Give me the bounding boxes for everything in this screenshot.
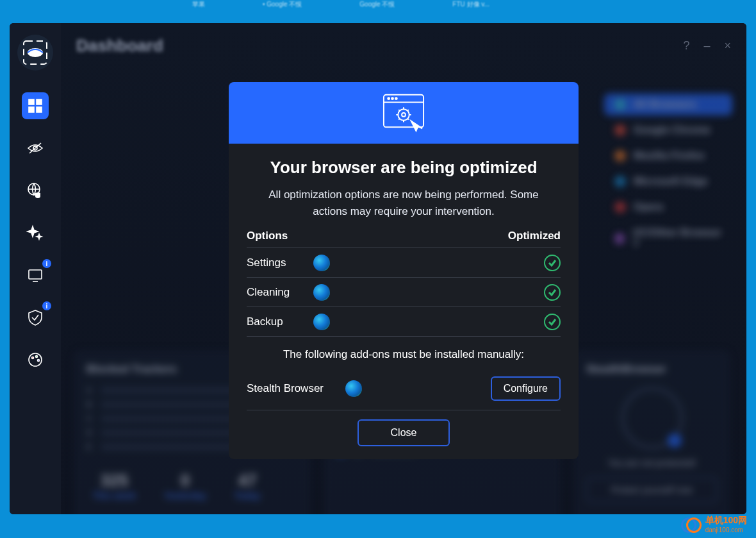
svg-point-13 (36, 356, 38, 358)
option-row-backup: Backup (247, 307, 561, 337)
minimize-button[interactable]: – (703, 39, 710, 53)
sidebar-item-web-shield[interactable] (22, 177, 49, 204)
modal-overlay: Your browser are being optimized All opt… (61, 23, 746, 514)
svg-point-14 (38, 360, 40, 362)
page-title: Dashboard (76, 36, 163, 56)
watermark: 单机100网 danji100.com (681, 514, 747, 534)
svg-point-21 (402, 113, 406, 117)
options-table-header: Options Optimized (247, 230, 561, 248)
browser-gear-cursor-icon (379, 91, 429, 135)
edge-icon (313, 284, 330, 301)
modal-footer: Close (247, 410, 561, 446)
edge-icon (345, 380, 362, 397)
sparkle-icon (26, 224, 44, 242)
watermark-name: 单机100网 (705, 515, 747, 526)
sidebar-item-sparkle[interactable] (22, 219, 49, 246)
addon-manual-message: The following add-ons must be installed … (247, 348, 561, 361)
configure-button[interactable]: Configure (491, 376, 561, 401)
svg-point-12 (32, 357, 34, 359)
monitor-icon (26, 266, 44, 284)
watermark-url: danji100.com (705, 526, 747, 534)
grid-icon (26, 97, 44, 115)
addon-row-stealth-browser: Stealth Browser Configure (247, 367, 561, 410)
svg-point-19 (395, 97, 397, 99)
sidebar-item-privacy[interactable] (22, 135, 49, 162)
globe-shield-icon (26, 181, 44, 199)
eye-slash-icon (26, 139, 44, 157)
svg-rect-2 (29, 99, 34, 105)
sidebar-item-palette[interactable] (22, 346, 49, 373)
app-logo (17, 35, 53, 71)
app-window: i i Dashboard ? – × All Browsers Google … (10, 23, 746, 514)
watermark-logo-icon (681, 514, 702, 534)
option-name: Cleaning (247, 286, 313, 299)
optimized-check (544, 284, 561, 301)
modal-subtitle: All optimization options are now being p… (247, 187, 561, 219)
modal-hero (229, 82, 579, 144)
svg-point-18 (391, 97, 393, 99)
modal-body: Your browser are being optimized All opt… (229, 144, 579, 459)
svg-rect-9 (29, 270, 42, 279)
column-optimized-label: Optimized (508, 230, 561, 242)
option-name: Settings (247, 256, 313, 269)
info-badge-icon: i (42, 259, 51, 268)
svg-rect-3 (37, 99, 42, 105)
optimized-check (544, 314, 561, 330)
check-circle-icon (544, 255, 561, 271)
sidebar-item-dashboard[interactable] (22, 92, 49, 119)
check-circle-icon (544, 314, 561, 330)
sidebar: i i (10, 23, 61, 514)
shield-check-icon (26, 308, 44, 326)
close-window-button[interactable]: × (724, 39, 731, 53)
edge-icon (313, 314, 330, 330)
main-content: Dashboard ? – × All Browsers Google Chro… (61, 23, 746, 514)
svg-rect-5 (37, 107, 42, 112)
option-name: Backup (247, 315, 313, 328)
optimized-check (544, 255, 561, 271)
help-button[interactable]: ? (683, 39, 689, 53)
sidebar-item-security[interactable]: i (22, 304, 49, 331)
check-circle-icon (544, 284, 561, 301)
app-header: Dashboard ? – × (61, 23, 746, 68)
desktop-shortcut-labels: 苹果 • Google 不恨 Google 不恨 FTU 好像 v... (192, 0, 564, 6)
option-row-cleaning: Cleaning (247, 278, 561, 307)
addon-name: Stealth Browser (247, 382, 345, 395)
info-badge-icon: i (42, 301, 51, 310)
option-row-settings: Settings (247, 248, 561, 278)
optimization-modal: Your browser are being optimized All opt… (229, 82, 579, 459)
window-controls: ? – × (683, 39, 731, 53)
column-options-label: Options (247, 230, 288, 242)
svg-point-17 (388, 97, 390, 99)
close-button[interactable]: Close (357, 419, 450, 446)
sidebar-item-monitor[interactable]: i (22, 262, 49, 289)
palette-icon (26, 351, 44, 369)
svg-rect-4 (29, 107, 34, 112)
modal-title: Your browser are being optimized (247, 158, 561, 178)
edge-icon (313, 255, 330, 271)
